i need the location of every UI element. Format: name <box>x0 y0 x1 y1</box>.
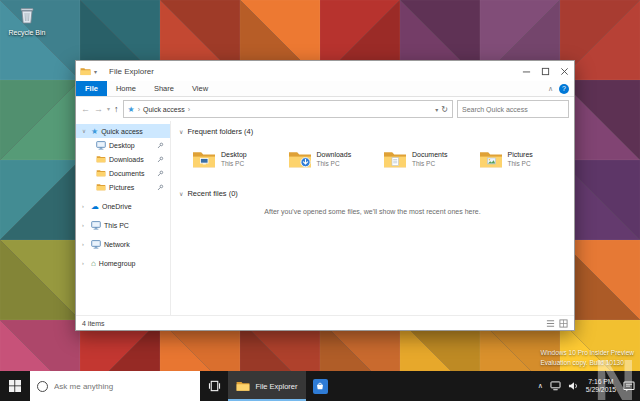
address-bar[interactable]: ★ › Quick access › ▾ ↻ <box>123 100 453 118</box>
show-hidden-icons-chevron[interactable]: ∧ <box>538 382 543 390</box>
tree-expand-icon[interactable]: ∨ <box>82 128 88 134</box>
start-button[interactable] <box>0 371 30 401</box>
tree-collapse-icon[interactable]: › <box>82 260 88 266</box>
folder-tile-downloads[interactable]: Downloads This PC <box>285 141 376 177</box>
qat-customize-icon[interactable]: ▾ <box>94 68 97 75</box>
sidebar-item-homegroup[interactable]: › ⌂ Homegroup <box>76 256 170 270</box>
sidebar-item-label: OneDrive <box>102 203 132 210</box>
ribbon-tab-bar: File Home Share View ∧ ? <box>76 81 574 97</box>
address-dropdown-icon[interactable]: ▾ <box>435 106 438 113</box>
help-button[interactable]: ? <box>559 84 569 94</box>
taskbar-search[interactable] <box>30 371 200 401</box>
taskbar-search-input[interactable] <box>54 382 172 391</box>
sidebar-item-this-pc[interactable]: › This PC <box>76 218 170 232</box>
close-icon <box>560 67 569 76</box>
onedrive-cloud-icon: ☁ <box>91 202 99 211</box>
network-icon <box>91 240 101 249</box>
recent-files-header[interactable]: ∨ Recent files (0) <box>179 189 566 198</box>
title-bar[interactable]: ▾ File Explorer <box>76 61 574 81</box>
taskbar-button-label: File Explorer <box>255 382 297 391</box>
minimize-button[interactable] <box>517 61 536 81</box>
breadcrumb-separator-icon: › <box>188 106 190 113</box>
tile-meta: Downloads This PC <box>317 151 352 167</box>
sidebar-item-onedrive[interactable]: › ☁ OneDrive <box>76 199 170 213</box>
pictures-folder-icon <box>96 183 106 191</box>
downloads-folder-icon <box>96 155 106 163</box>
tab-share[interactable]: Share <box>145 81 183 96</box>
recent-files-empty-message: After you've opened some files, we'll sh… <box>179 208 566 215</box>
group-collapse-icon[interactable]: ∨ <box>179 190 183 197</box>
maximize-button[interactable] <box>536 61 555 81</box>
tree-collapse-icon[interactable]: › <box>82 241 88 247</box>
details-view-icon[interactable] <box>546 319 555 328</box>
breadcrumb[interactable]: Quick access <box>143 106 185 113</box>
watermark-line-1: Windows 10 Pro Insider Preview <box>540 348 634 357</box>
window-controls <box>517 61 574 81</box>
tile-location: This PC <box>317 160 352 167</box>
back-button[interactable]: ← <box>81 105 90 114</box>
refresh-icon[interactable]: ↻ <box>441 105 448 114</box>
tile-name: Documents <box>412 151 447 158</box>
frequent-folders-header[interactable]: ∨ Frequent folders (4) <box>179 127 566 136</box>
volume-tray-icon[interactable] <box>568 381 579 391</box>
forward-button[interactable]: → <box>94 105 103 114</box>
search-box[interactable] <box>457 100 569 118</box>
task-view-button[interactable] <box>200 371 228 401</box>
tile-location: This PC <box>412 160 447 167</box>
minimize-ribbon-icon[interactable]: ∧ <box>548 85 553 93</box>
tile-meta: Documents This PC <box>412 151 447 167</box>
tile-name: Desktop <box>221 151 247 158</box>
taskbar-app-button[interactable] <box>306 371 334 401</box>
tree-collapse-icon[interactable]: › <box>82 203 88 209</box>
quick-access-toolbar: ▾ <box>80 67 97 76</box>
this-pc-icon <box>91 221 101 230</box>
search-input[interactable] <box>458 106 568 113</box>
tile-location: This PC <box>221 160 247 167</box>
sidebar-item-network[interactable]: › Network <box>76 237 170 251</box>
folder-tile-documents[interactable]: Documents This PC <box>380 141 471 177</box>
status-bar: 4 items <box>76 315 574 330</box>
tile-name: Pictures <box>508 151 533 158</box>
recycle-bin-icon <box>19 6 35 24</box>
sidebar-item-documents[interactable]: Documents <box>76 166 170 180</box>
window-body: ∨ ★ Quick access Desktop Downloads Docum… <box>76 121 574 315</box>
recycle-bin-label: Recycle Bin <box>4 29 50 36</box>
taskbar-file-explorer-button[interactable]: File Explorer <box>228 371 306 401</box>
system-tray: ∧ 7:16 PM 5/29/2015 <box>538 371 640 401</box>
sidebar-item-desktop[interactable]: Desktop <box>76 138 170 152</box>
tree-collapse-icon[interactable]: › <box>82 222 88 228</box>
sidebar-item-label: Network <box>104 241 130 248</box>
pictures-folder-icon <box>479 149 503 169</box>
tab-home[interactable]: Home <box>107 81 145 96</box>
minimize-icon <box>522 67 531 76</box>
tile-location: This PC <box>508 160 533 167</box>
group-collapse-icon[interactable]: ∨ <box>179 128 183 135</box>
recent-locations-icon[interactable]: ▾ <box>107 106 110 112</box>
folder-tile-pictures[interactable]: Pictures This PC <box>476 141 567 177</box>
tile-meta: Desktop This PC <box>221 151 247 167</box>
frequent-folders-tiles: Desktop This PC Downloads This PC <box>189 141 566 177</box>
network-tray-icon[interactable] <box>550 381 561 391</box>
view-toggles <box>546 319 568 328</box>
task-view-icon <box>208 380 221 392</box>
sidebar-item-quick-access[interactable]: ∨ ★ Quick access <box>76 124 170 138</box>
action-center-icon[interactable] <box>623 381 635 392</box>
taskbar-clock[interactable]: 7:16 PM 5/29/2015 <box>586 378 616 395</box>
pin-icon <box>157 142 164 149</box>
file-explorer-window: ▾ File Explorer File Home Share View <box>75 60 575 331</box>
group-title: Frequent folders (4) <box>187 127 253 136</box>
close-button[interactable] <box>555 61 574 81</box>
up-button[interactable]: ↑ <box>114 105 119 114</box>
large-icons-view-icon[interactable] <box>559 319 568 328</box>
tab-file[interactable]: File <box>76 81 107 96</box>
sidebar-item-downloads[interactable]: Downloads <box>76 152 170 166</box>
breadcrumb-separator-icon: › <box>138 106 140 113</box>
content-pane: ∨ Frequent folders (4) Desktop This PC <box>171 121 574 315</box>
desktop-folder-icon <box>192 149 216 169</box>
folder-tile-desktop[interactable]: Desktop This PC <box>189 141 280 177</box>
cortana-icon <box>37 381 48 392</box>
recycle-bin[interactable]: Recycle Bin <box>4 6 50 36</box>
documents-folder-icon <box>383 149 407 169</box>
tab-view[interactable]: View <box>183 81 217 96</box>
sidebar-item-pictures[interactable]: Pictures <box>76 180 170 194</box>
